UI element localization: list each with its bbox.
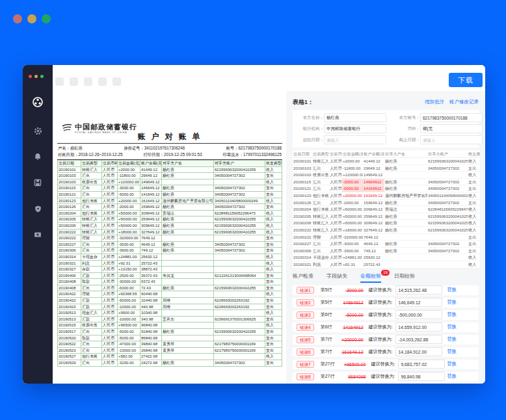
- statement-cell: 20190321: [58, 260, 81, 267]
- extracted-row: 20190103收票出售人民币+120000.00149649.12收入: [293, 172, 480, 179]
- toolbar-placeholders: [55, 77, 121, 86]
- add-annotation-link[interactable]: 增加批注: [425, 99, 444, 105]
- banknote-icon[interactable]: [32, 229, 44, 241]
- tab-missing-fields[interactable]: 字段缺失: [326, 272, 347, 282]
- error-replace-link[interactable]: 替换: [447, 311, 457, 318]
- extracted-cell: 收入: [468, 254, 480, 261]
- error-suggest-input[interactable]: [395, 347, 442, 356]
- statement-cell: 收入: [265, 260, 282, 267]
- statement-row: 20190406汇款人民币-2500.0036372.43朱其龙62122613…: [58, 272, 282, 279]
- statement-cell: [214, 260, 265, 267]
- statement-cell: 杨红燕: [162, 329, 214, 335]
- extracted-cell: 34050004727302: [427, 178, 468, 185]
- error-suggest-label: 建议替换为:: [369, 299, 393, 306]
- end-date-input[interactable]: [420, 135, 483, 144]
- statement-cell: 20190423: [58, 304, 81, 310]
- save-disk-icon[interactable]: [32, 177, 44, 189]
- extracted-cell: 161649.12: [363, 192, 384, 199]
- error-row-ref: 第6行: [321, 324, 332, 330]
- error-replace-link[interactable]: 替换: [447, 299, 457, 306]
- error-suggest-input[interactable]: [398, 360, 445, 369]
- extracted-cell: 20190103: [293, 172, 312, 179]
- extracted-row: 20190205转账汇入人民币+50000.00259649.12杨红燕6215…: [293, 213, 480, 220]
- error-replace-link[interactable]: 替换: [447, 336, 457, 343]
- extracted-row: 20190123他行来账人民币+20000.00161649.12滁州麒麟房地产…: [293, 192, 480, 199]
- settings-gear-icon[interactable]: [32, 125, 44, 137]
- tab-date-validation[interactable]: 日期校验: [394, 272, 415, 282]
- error-tag-badge: 错误6: [297, 348, 314, 356]
- error-replace-link[interactable]: 替换: [447, 361, 457, 367]
- error-suggest-input[interactable]: [395, 322, 442, 332]
- statement-cell: 汇出: [81, 285, 102, 291]
- extracted-cell: 杨红燕: [384, 220, 427, 227]
- extracted-cell: -3900.00: [342, 247, 363, 254]
- statement-cell: -10000.00: [118, 304, 140, 310]
- error-suggest-input[interactable]: [395, 285, 442, 295]
- error-suggest-label: 建议替换为:: [369, 348, 393, 355]
- extracted-cell: 人民币: [329, 199, 342, 206]
- holder-name: 户名：杨红燕: [58, 145, 83, 151]
- error-old-value: -5000.00: [339, 313, 364, 317]
- extracted-cell: 20190205: [293, 213, 312, 220]
- currency-input[interactable]: [420, 124, 483, 133]
- statement-cell: -50000.00: [118, 298, 140, 304]
- bank-org-input[interactable]: [324, 124, 386, 133]
- error-row: 错误1第5行-3000.00建议替换为:替换: [293, 285, 479, 295]
- bell-icon[interactable]: [32, 151, 44, 163]
- account-edit-history-link[interactable]: 账户修改记录: [449, 99, 479, 105]
- start-date-input[interactable]: [324, 135, 386, 144]
- own-account-input[interactable]: [420, 113, 483, 122]
- tab-amount-validation[interactable]: 金额校验 19: [360, 272, 381, 283]
- statement-cell: 转账汇入: [81, 222, 102, 229]
- app-traffic-lights: [29, 75, 44, 78]
- statement-cell: 汇款: [81, 304, 102, 310]
- extracted-cell: 749.12: [363, 247, 384, 254]
- statement-cell: 91840.98: [140, 329, 162, 335]
- statement-cell: -2000.00: [118, 204, 140, 211]
- extracted-cell: 支出: [468, 247, 480, 254]
- app-maximize-icon[interactable]: [40, 75, 44, 78]
- bank-org-label: 银行机构：: [297, 126, 324, 132]
- extracted-cell: 汇出: [312, 178, 329, 185]
- error-tag-badge: 错误4: [297, 324, 314, 331]
- statement-period: 对账日期：2018-12-26~2019-12-25: [58, 151, 123, 158]
- shield-icon[interactable]: [32, 203, 44, 215]
- error-replace-link[interactable]: 替换: [447, 348, 457, 355]
- statement-cell: 72.43: [140, 285, 162, 291]
- statement-row: 20190222理财人民币-320000.007649.12支出: [58, 235, 282, 242]
- statement-cell: 6226663002263192: [214, 304, 265, 310]
- error-replace-link[interactable]: 替换: [447, 373, 457, 380]
- app-minimize-icon[interactable]: [34, 75, 38, 78]
- error-suggest-input[interactable]: [395, 335, 442, 344]
- statement-cell: 人民币: [102, 329, 118, 335]
- extracted-cell: +92.31: [342, 261, 363, 268]
- extracted-row: 20190222转账汇入人民币+18000.00327649.12杨红燕6215…: [293, 226, 480, 233]
- maximize-window-icon[interactable]: [42, 14, 51, 23]
- own-name-input[interactable]: [324, 113, 386, 122]
- error-suggest-input[interactable]: [395, 298, 442, 307]
- extracted-row: 20190314卡现金存人民币+24881.0025630.12收入: [293, 254, 480, 261]
- error-replace-link[interactable]: 替换: [447, 287, 457, 293]
- extracted-cell: 人民币: [329, 226, 342, 233]
- extracted-row: 20190206转账汇入人民币+50000.00309649.12杨红燕6215…: [293, 220, 480, 227]
- statement-cell: 杨红燕: [162, 285, 214, 291]
- extracted-cell: 支出: [468, 199, 480, 206]
- error-old-value: 14664912: [339, 300, 364, 305]
- extracted-cell: 杨红燕: [384, 213, 427, 220]
- statement-cell: 209649.12: [140, 210, 162, 217]
- close-window-icon[interactable]: [13, 14, 22, 23]
- tab-account-check[interactable]: 账户检查: [293, 272, 313, 282]
- statement-cell: 人民币: [102, 254, 118, 260]
- statement-cell: 人民币: [102, 235, 118, 242]
- extracted-row: 20190306汇出人民币-3900.00749.12杨红燕3405000472…: [293, 247, 480, 254]
- error-replace-link[interactable]: 替换: [447, 324, 457, 330]
- extracted-row: 20190222理财人民币-320000.007649.12支出: [293, 233, 480, 241]
- error-suggest-input[interactable]: [398, 372, 445, 381]
- error-suggest-input[interactable]: [395, 310, 442, 319]
- statement-cell: [162, 322, 214, 329]
- minimize-window-icon[interactable]: [27, 14, 36, 23]
- statement-cell: 人民币: [102, 298, 118, 304]
- statement-cell: -11800.00: [118, 173, 140, 179]
- download-button[interactable]: 下载: [449, 73, 483, 87]
- app-close-icon[interactable]: [29, 75, 32, 78]
